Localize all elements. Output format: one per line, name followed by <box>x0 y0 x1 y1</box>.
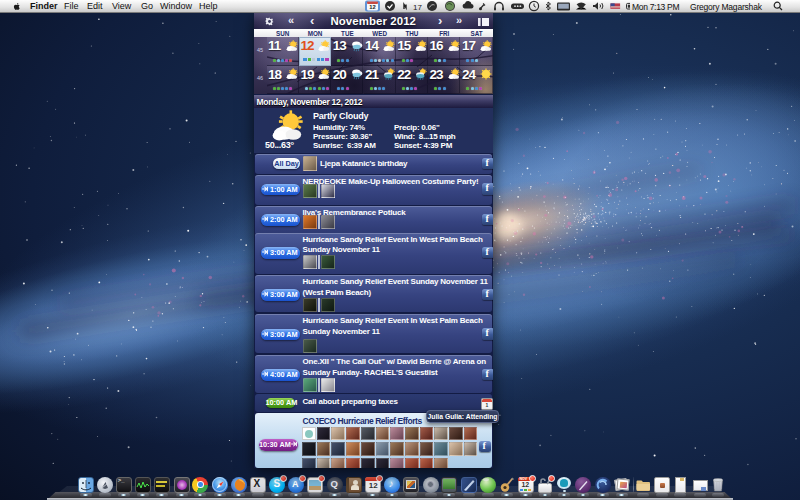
svg-text:12: 12 <box>369 4 375 10</box>
svg-text:17: 17 <box>413 3 422 12</box>
